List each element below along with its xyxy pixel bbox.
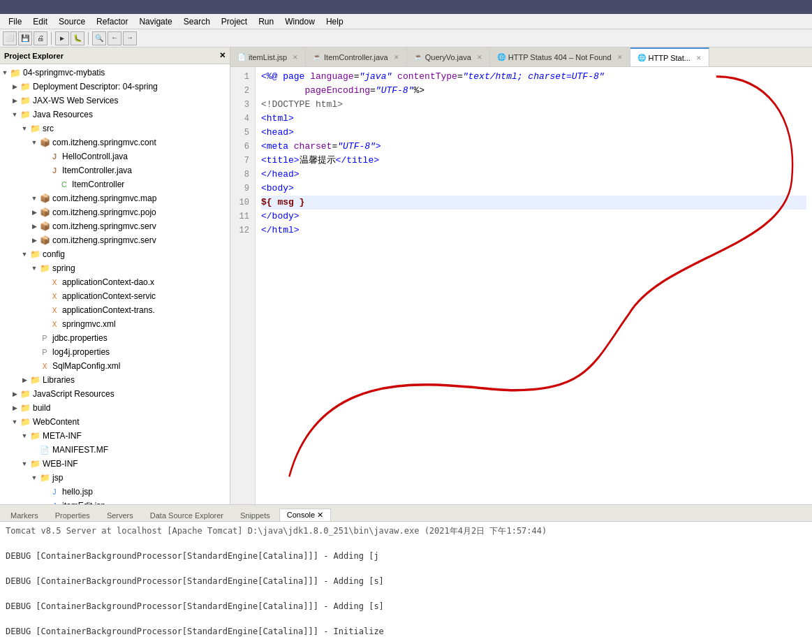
tree-toggle[interactable]: ▼ <box>29 473 39 483</box>
tab-close-http404[interactable]: ✕ <box>617 54 623 61</box>
menu-source[interactable]: Source <box>53 15 91 28</box>
toolbar-new[interactable]: ⬜ <box>3 31 17 45</box>
bottom-tab-markers[interactable]: Markers <box>3 509 46 521</box>
tree-toggle[interactable]: ▼ <box>29 138 39 147</box>
bottom-tab-datasource[interactable]: Data Source Explorer <box>142 509 231 521</box>
tree-item[interactable]: ▼📁spring <box>0 261 230 275</box>
tree-toggle[interactable]: ▼ <box>29 193 39 203</box>
toolbar-run[interactable]: ▶ <box>55 31 69 45</box>
tree-toggle[interactable]: ▶ <box>10 96 20 105</box>
tree-item[interactable]: ▼📦com.itzheng.springmvc.map <box>0 191 230 205</box>
tree-item[interactable]: ▼📁jsp <box>0 471 230 485</box>
tree-container[interactable]: ▼📁04-springmvc-mybatis▶📁Deployment Descr… <box>0 64 230 504</box>
tree-item[interactable]: XapplicationContext-dao.x <box>0 275 230 289</box>
tree-toggle[interactable]: ▼ <box>20 459 29 469</box>
tab-close-itemcontroller[interactable]: ✕ <box>394 54 399 61</box>
toolbar-fwd[interactable]: → <box>123 31 137 45</box>
toolbar-search[interactable]: 🔍 <box>92 31 106 45</box>
tree-toggle[interactable] <box>29 361 39 371</box>
tree-item[interactable]: ▼📁src <box>0 122 230 136</box>
tree-toggle[interactable]: ▶ <box>29 235 39 245</box>
tree-item[interactable]: ▼📁04-springmvc-mybatis <box>0 66 230 80</box>
tree-item[interactable]: ▶📁Libraries <box>0 373 230 387</box>
tree-item[interactable]: ▶📦com.itzheng.springmvc.pojo <box>0 205 230 219</box>
tree-toggle[interactable] <box>39 152 49 161</box>
tree-item[interactable]: ▶📁Deployment Descriptor: 04-spring <box>0 80 230 94</box>
tree-toggle[interactable]: ▶ <box>10 82 20 92</box>
menu-refactor[interactable]: Refactor <box>91 15 133 28</box>
tree-item[interactable]: Xspringmvc.xml <box>0 317 230 331</box>
tree-toggle[interactable]: ▶ <box>10 389 20 399</box>
tab-itemlist[interactable]: 📄 itemList.jsp ✕ <box>230 47 306 66</box>
tree-item[interactable]: XapplicationContext-servic <box>0 289 230 303</box>
panel-close-icon[interactable]: ✕ <box>219 51 226 60</box>
tree-item[interactable]: Jhello.jsp <box>0 485 230 499</box>
tree-item[interactable]: JHelloControll.java <box>0 149 230 163</box>
menu-file[interactable]: File <box>3 15 27 28</box>
bottom-tab-properties[interactable]: Properties <box>47 509 98 521</box>
tab-http404[interactable]: 🌐 HTTP Status 404 – Not Found ✕ <box>490 47 630 66</box>
menu-navigate[interactable]: Navigate <box>133 15 177 28</box>
menu-edit[interactable]: Edit <box>27 15 53 28</box>
tree-item[interactable]: ▶📁build <box>0 401 230 415</box>
tree-toggle[interactable] <box>29 445 39 455</box>
tree-item[interactable]: ▼📁META-INF <box>0 429 230 443</box>
tree-toggle[interactable] <box>39 319 49 329</box>
toolbar-debug[interactable]: 🐛 <box>71 31 84 45</box>
tree-toggle[interactable]: ▶ <box>10 403 20 413</box>
tree-item[interactable]: ▶📦com.itzheng.springmvc.serv <box>0 219 230 233</box>
tree-item[interactable]: XapplicationContext-trans. <box>0 303 230 317</box>
tree-toggle[interactable]: ▼ <box>20 124 29 133</box>
toolbar-back[interactable]: ← <box>108 31 121 45</box>
toolbar-print[interactable]: 🖨 <box>34 31 47 45</box>
tree-toggle[interactable] <box>39 277 49 287</box>
bottom-tab-console[interactable]: Console ✕ <box>279 508 331 521</box>
tree-toggle[interactable]: ▶ <box>20 375 29 385</box>
tree-toggle[interactable] <box>49 180 59 189</box>
bottom-tab-snippets[interactable]: Snippets <box>232 509 278 521</box>
tree-item[interactable]: ▼📁WEB-INF <box>0 457 230 471</box>
menu-help[interactable]: Help <box>320 15 349 28</box>
tree-item[interactable]: ▶📁JavaScript Resources <box>0 387 230 401</box>
tree-item[interactable]: ▼📁WebContent <box>0 415 230 429</box>
tree-item[interactable]: JItemController.java <box>0 163 230 177</box>
tree-toggle[interactable] <box>29 347 39 357</box>
tree-toggle[interactable]: ▼ <box>10 417 20 427</box>
tree-toggle[interactable] <box>29 333 39 343</box>
tree-item[interactable]: ▼📁config <box>0 247 230 261</box>
tree-toggle[interactable]: ▶ <box>29 207 39 217</box>
tree-item[interactable]: Pjdbc.properties <box>0 331 230 345</box>
code-editor[interactable]: 123456789101112 <%@ page language="java"… <box>230 67 812 504</box>
tree-toggle[interactable] <box>39 291 49 301</box>
tree-item[interactable]: JitemEdit.jsp <box>0 499 230 504</box>
bottom-tab-servers[interactable]: Servers <box>99 509 141 521</box>
menu-search[interactable]: Search <box>178 15 216 28</box>
tree-toggle[interactable] <box>39 487 49 497</box>
tree-item[interactable]: CItemController <box>0 177 230 191</box>
tree-item[interactable]: ▶📁JAX-WS Web Services <box>0 94 230 108</box>
tree-item[interactable]: ▶📦com.itzheng.springmvc.serv <box>0 233 230 247</box>
tab-queryvo[interactable]: ☕ QueryVo.java ✕ <box>407 47 490 66</box>
menu-project[interactable]: Project <box>216 15 253 28</box>
tree-toggle[interactable] <box>39 166 49 175</box>
tree-toggle[interactable] <box>39 305 49 315</box>
menu-window[interactable]: Window <box>279 15 320 28</box>
tree-item[interactable]: XSqlMapConfig.xml <box>0 359 230 373</box>
tree-item[interactable]: ▼📦com.itzheng.springmvc.cont <box>0 136 230 149</box>
tree-item[interactable]: 📄MANIFEST.MF <box>0 443 230 457</box>
tree-toggle[interactable]: ▼ <box>0 68 10 78</box>
tab-close-queryvo[interactable]: ✕ <box>477 54 482 61</box>
tree-toggle[interactable]: ▼ <box>20 249 29 259</box>
tree-item[interactable]: Plog4j.properties <box>0 345 230 359</box>
tab-itemcontroller[interactable]: ☕ ItemController.java ✕ <box>306 47 407 66</box>
tree-toggle[interactable]: ▼ <box>29 263 39 273</box>
tree-toggle[interactable]: ▼ <box>10 110 20 119</box>
tab-close-httpstat[interactable]: ✕ <box>696 54 702 61</box>
tree-toggle[interactable]: ▼ <box>20 431 29 441</box>
tree-item[interactable]: ▼📁Java Resources <box>0 108 230 122</box>
toolbar-save[interactable]: 💾 <box>18 31 32 45</box>
tree-toggle[interactable]: ▶ <box>29 221 39 231</box>
menu-run[interactable]: Run <box>253 15 279 28</box>
tab-close-itemlist[interactable]: ✕ <box>293 54 298 61</box>
tab-httpstat[interactable]: 🌐 HTTP Stat... ✕ <box>630 47 709 66</box>
